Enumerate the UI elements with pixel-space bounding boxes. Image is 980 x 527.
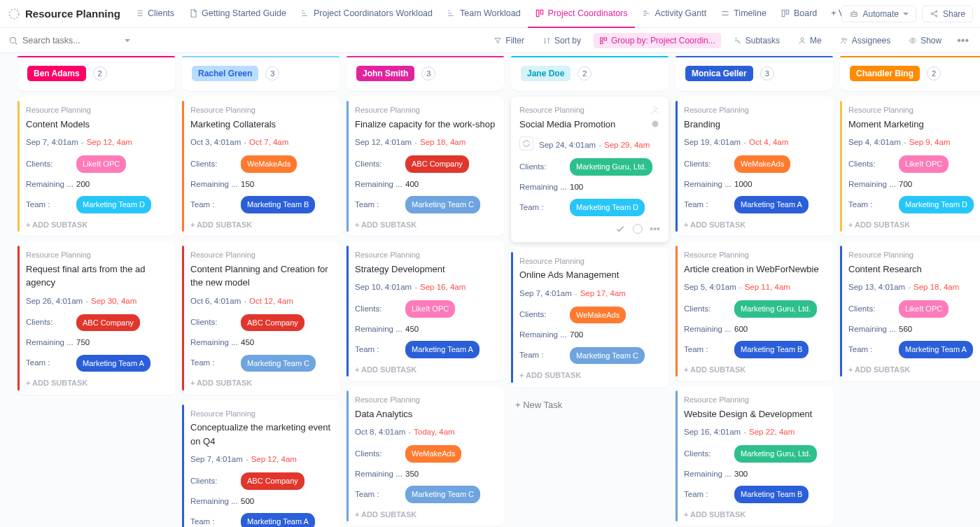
card-dates: Sep 26, 4:01am-Sep 30, 4am [26,295,167,307]
nav-tab-3[interactable]: Team Workload [440,0,528,28]
client-tag[interactable]: WeMakeAds [734,155,790,173]
column-header[interactable]: Jane Doe2 [511,56,668,91]
add-subtask-button[interactable]: + ADD SUBTASK [355,219,496,231]
client-tag[interactable]: WeMakeAds [570,307,626,324]
client-tag[interactable]: Marketing Guru, Ltd. [734,445,817,463]
client-tag[interactable]: LikeIt OPC [405,300,455,318]
remaining-label: Remaining ... [848,323,899,335]
task-card[interactable]: Resource PlanningData AnalyticsOct 8, 4:… [346,386,504,526]
check-icon[interactable] [615,223,626,234]
more-icon[interactable]: ••• [954,34,972,47]
add-subtask-button[interactable]: + ADD SUBTASK [355,364,496,376]
status-circle-icon[interactable] [633,224,643,234]
team-tag[interactable]: Marketing Team C [241,355,316,372]
task-card[interactable]: Resource PlanningBrandingSep 19, 4:01am-… [676,97,833,236]
nav-tab-5[interactable]: Activity Gantt [635,0,714,28]
sortby-button[interactable]: Sort by [537,33,587,48]
task-card[interactable]: Resource PlanningRequest final arts from… [18,241,175,395]
team-tag[interactable]: Marketing Team B [734,341,808,358]
add-subtask-button[interactable]: + ADD SUBTASK [684,364,825,376]
team-tag[interactable]: Marketing Team A [76,355,150,372]
card-project: Resource Planning [190,408,331,420]
task-card[interactable]: Resource PlanningWebsite Design & Develo… [676,386,833,526]
client-tag[interactable]: LikeIt OPC [899,155,948,173]
assignee-placeholder-icon[interactable] [649,104,662,130]
column-header[interactable]: Monica Geller3 [676,56,833,91]
team-tag[interactable]: Marketing Team A [734,196,808,213]
groupby-button[interactable]: Group by: Project Coordin... [594,33,721,48]
client-tag[interactable]: ABC Company [405,155,469,173]
automate-button[interactable]: Automate [841,6,916,22]
client-tag[interactable]: ABC Company [241,472,304,490]
team-tag[interactable]: Marketing Team D [570,199,645,216]
task-card[interactable]: Resource PlanningConceptualize the marke… [182,400,340,528]
column-header[interactable]: Ben Adams2 [18,56,175,91]
card-project: Resource Planning [684,249,825,261]
client-tag[interactable]: LikeIt OPC [76,155,126,173]
client-tag[interactable]: Marketing Guru, Ltd. [570,158,652,176]
add-subtask-button[interactable]: + ADD SUBTASK [26,219,167,231]
client-tag[interactable]: WeMakeAds [241,155,297,173]
client-tag[interactable]: ABC Company [241,314,304,332]
task-card[interactable]: Resource PlanningMoment MarketingSep 4, … [840,97,980,236]
nav-tab-1[interactable]: Getting Started Guide [181,0,293,28]
add-subtask-button[interactable]: + ADD SUBTASK [848,364,980,376]
card-more-icon[interactable]: ••• [650,222,660,237]
task-card[interactable]: Resource PlanningArticle creation in Web… [676,241,833,381]
filter-icon [493,36,502,45]
nav-tab-6[interactable]: Timeline [713,0,774,28]
search-input[interactable] [22,36,120,45]
task-card[interactable]: Resource PlanningOnline Ads ManagementSe… [511,248,668,387]
team-tag[interactable]: Marketing Team C [570,347,645,365]
team-tag[interactable]: Marketing Team C [405,486,480,503]
nav-tab-8[interactable]: + View [824,0,841,28]
add-subtask-button[interactable]: + ADD SUBTASK [190,377,331,389]
team-tag[interactable]: Marketing Team B [734,486,808,503]
task-card[interactable]: Resource PlanningContent ResearchSep 13,… [840,241,980,381]
nav-tab-7[interactable]: Board [774,0,824,28]
column-header[interactable]: Chandler Bing2 [840,56,980,91]
team-tag[interactable]: Marketing Team B [241,196,315,213]
share-button[interactable]: Share [922,6,973,22]
client-tag[interactable]: LikeIt OPC [899,300,948,318]
team-tag[interactable]: Marketing Team D [76,196,151,213]
team-tag[interactable]: Marketing Team A [405,341,479,358]
add-subtask-button[interactable]: + ADD SUBTASK [519,370,660,381]
add-subtask-button[interactable]: + ADD SUBTASK [684,219,825,231]
nav-tab-2[interactable]: Project Coordinators Workload [293,0,440,28]
task-card[interactable]: Resource PlanningSocial Media PromotionS… [511,97,668,242]
card-dates: Sep 5, 4:01am-Sep 11, 4am [684,281,825,293]
task-card[interactable]: Resource PlanningFinalize capacity for t… [346,97,504,236]
nav-tab-0[interactable]: Clients [127,0,181,28]
add-subtask-button[interactable]: + ADD SUBTASK [684,509,825,521]
chevron-down-icon[interactable] [125,39,130,42]
show-button[interactable]: Show [903,33,947,48]
svg-point-19 [654,107,657,111]
assignees-button[interactable]: Assignees [834,33,896,48]
nav-tab-4[interactable]: Project Coordinators [528,0,635,28]
client-tag[interactable]: ABC Company [76,314,140,332]
recur-icon[interactable] [519,136,533,150]
new-task-button[interactable]: + New Task [511,393,668,417]
me-button[interactable]: Me [792,33,827,48]
add-subtask-button[interactable]: + ADD SUBTASK [355,509,496,521]
task-card[interactable]: Resource PlanningContent ModelsSep 7, 4:… [18,97,175,236]
team-tag[interactable]: Marketing Team A [241,513,315,527]
add-subtask-button[interactable]: + ADD SUBTASK [26,377,167,389]
column-header[interactable]: John Smith3 [346,56,504,91]
team-tag[interactable]: Marketing Team C [405,196,480,213]
task-card[interactable]: Resource PlanningContent Planning and Cr… [182,241,340,395]
add-subtask-button[interactable]: + ADD SUBTASK [848,219,980,231]
task-card[interactable]: Resource PlanningStrategy DevelopmentSep… [346,241,504,381]
column-header[interactable]: Rachel Green3 [182,56,340,91]
filter-button[interactable]: Filter [488,33,530,48]
add-subtask-button[interactable]: + ADD SUBTASK [190,219,331,231]
client-tag[interactable]: Marketing Guru, Ltd. [734,300,817,318]
task-card[interactable]: Resource PlanningMarketing CollateralsOc… [182,97,340,236]
team-tag[interactable]: Marketing Team A [899,341,973,358]
team-tag[interactable]: Marketing Team D [899,196,974,213]
clients-label: Clients: [355,303,405,315]
svg-point-17 [845,38,847,41]
client-tag[interactable]: WeMakeAds [405,445,461,463]
subtasks-button[interactable]: Subtasks [728,33,785,48]
